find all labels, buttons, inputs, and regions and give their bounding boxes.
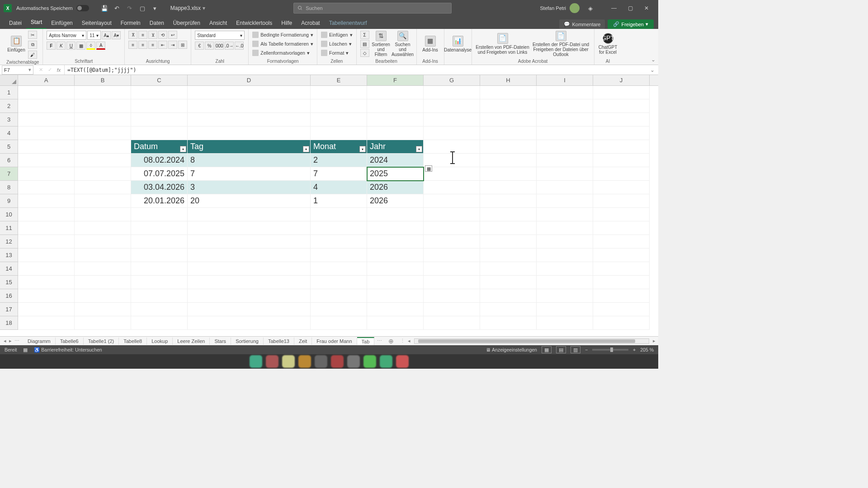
name-box[interactable]: F7▾ — [2, 66, 33, 75]
qat-more-icon[interactable]: ▾ — [150, 3, 160, 14]
horizontal-scrollbar[interactable] — [414, 338, 649, 344]
undo-icon[interactable]: ↶ — [112, 3, 123, 14]
sheet-tab-leere-zeilen[interactable]: Leere Zeilen — [173, 338, 210, 345]
cell-C6[interactable]: 08.02.2024 — [131, 154, 188, 167]
autofill-options-icon[interactable]: ▦ — [425, 165, 432, 172]
cell-F8[interactable]: 2026 — [367, 181, 424, 194]
comments-button[interactable]: 💬 Kommentare — [559, 19, 605, 29]
zoom-level[interactable]: 205 % — [640, 347, 654, 352]
wrap-text-icon[interactable]: ↩ — [168, 31, 177, 39]
decrease-indent-icon[interactable]: ⇤ — [158, 41, 167, 49]
zoom-slider[interactable] — [592, 349, 628, 351]
cell-F9[interactable]: 2026 — [367, 194, 424, 208]
tab-daten[interactable]: Daten — [145, 17, 169, 29]
hscroll-thumb[interactable] — [418, 339, 635, 343]
col-header-J[interactable]: J — [593, 75, 650, 85]
taskbar-app-icon[interactable] — [347, 355, 360, 368]
underline-button[interactable]: U — [66, 42, 75, 50]
row-header-18[interactable]: 18 — [0, 316, 18, 330]
taskbar-app-icon[interactable] — [396, 355, 409, 368]
table-header-monat[interactable]: Monat▾ — [311, 140, 367, 154]
italic-button[interactable]: K — [57, 42, 66, 50]
cell-C7[interactable]: 07.07.2025 — [131, 167, 188, 181]
chatgpt-button[interactable]: GPTChatGPT for Excel — [598, 31, 618, 57]
cancel-formula-icon[interactable]: ✕ — [37, 67, 44, 73]
copy-icon[interactable]: ⧉ — [28, 41, 37, 49]
cell-C9[interactable]: 20.01.2026 — [131, 194, 188, 208]
thousands-icon[interactable]: 000 — [215, 42, 224, 50]
collapse-ribbon-icon[interactable]: ⌄ — [651, 56, 656, 63]
sheet-tab-tabelle13[interactable]: Tabelle13 — [264, 338, 294, 345]
align-top-icon[interactable]: ⊼ — [128, 31, 137, 39]
taskbar-app-icon[interactable] — [380, 355, 392, 368]
filename[interactable]: Mappe3.xlsx — [170, 5, 201, 11]
cell-C8[interactable]: 03.04.2026 — [131, 181, 188, 194]
display-settings-button[interactable]: 🖥 Anzeigeeinstellungen — [486, 347, 537, 352]
col-header-F[interactable]: F — [367, 75, 424, 85]
sheet-tab-zeit[interactable]: Zeit — [294, 338, 312, 345]
cell-D6[interactable]: 8 — [188, 154, 311, 167]
minimize-button[interactable]: — — [606, 0, 622, 16]
cell-D7[interactable]: 7 — [188, 167, 311, 181]
sheet-nav-prev-icon[interactable]: ◂ — [4, 338, 6, 344]
row-header-10[interactable]: 10 — [0, 208, 18, 221]
format-cells-button[interactable]: Format ▾ — [321, 49, 349, 57]
font-size-select[interactable]: 11▾ — [87, 31, 101, 40]
tab-ansicht[interactable]: Ansicht — [205, 17, 231, 29]
sheet-tab-stars[interactable]: Stars — [210, 338, 231, 345]
sort-filter-button[interactable]: ⇅Sortieren und Filtern — [371, 31, 391, 57]
format-as-table-button[interactable]: Als Tabelle formatieren ▾ — [252, 40, 313, 48]
sheet-tab-tabelle6[interactable]: Tabelle6 — [56, 338, 84, 345]
row-header-17[interactable]: 17 — [0, 303, 18, 316]
row-header-14[interactable]: 14 — [0, 262, 18, 276]
decrease-decimal-icon[interactable]: ←.0 — [235, 42, 244, 50]
paste-button[interactable]: 📋Einfügen — [6, 31, 26, 57]
cell-styles-button[interactable]: Zellenformatvorlagen ▾ — [252, 49, 310, 57]
sheet-tab-diagramm[interactable]: Diagramm — [23, 338, 56, 345]
row-header-3[interactable]: 3 — [0, 113, 18, 127]
row-header-4[interactable]: 4 — [0, 127, 18, 140]
cell-E6[interactable]: 2 — [311, 154, 367, 167]
row-header-15[interactable]: 15 — [0, 276, 18, 289]
table-header-datum[interactable]: Datum▾ — [131, 140, 188, 154]
row-header-5[interactable]: 5 — [0, 140, 18, 154]
align-bottom-icon[interactable]: ⊻ — [148, 31, 157, 39]
taskbar-app-icon[interactable] — [315, 355, 327, 368]
col-header-C[interactable]: C — [131, 75, 188, 85]
taskbar-app-icon[interactable] — [266, 355, 278, 368]
camera-icon[interactable]: ▢ — [137, 3, 148, 14]
sheet-tab-tab[interactable]: Tab — [357, 337, 375, 345]
col-header-I[interactable]: I — [537, 75, 593, 85]
col-header-H[interactable]: H — [480, 75, 537, 85]
redo-icon[interactable]: ↷ — [124, 3, 135, 14]
col-header-G[interactable]: G — [424, 75, 480, 85]
col-header-A[interactable]: A — [18, 75, 75, 85]
conditional-formatting-button[interactable]: Bedingte Formatierung ▾ — [252, 31, 313, 39]
orientation-icon[interactable]: ⟲ — [158, 31, 167, 39]
increase-indent-icon[interactable]: ⇥ — [168, 41, 177, 49]
sheet-nav-more-icon[interactable]: ⋯ — [14, 338, 19, 344]
taskbar-app-icon[interactable] — [250, 355, 262, 368]
filter-icon[interactable]: ▾ — [359, 146, 366, 152]
cell-E8[interactable]: 4 — [311, 181, 367, 194]
row-header-8[interactable]: 8 — [0, 181, 18, 194]
clear-icon[interactable]: ◇ — [360, 49, 369, 57]
font-color-button[interactable]: A — [96, 42, 105, 50]
pdf-share-links-button[interactable]: 📄Erstellen von PDF-Dateien und Freigeben… — [476, 31, 530, 57]
find-select-button[interactable]: 🔍Suchen und Auswählen — [393, 31, 413, 57]
hscroll-left-icon[interactable]: ◂ — [408, 338, 410, 344]
cell-F6[interactable]: 2024 — [367, 154, 424, 167]
row-header-12[interactable]: 12 — [0, 235, 18, 249]
row-header-2[interactable]: 2 — [0, 99, 18, 113]
tab-start[interactable]: Start — [26, 16, 47, 29]
cell-D9[interactable]: 20 — [188, 194, 311, 208]
merge-icon[interactable]: ⊞ — [178, 41, 187, 49]
sheet-tabs-overflow-icon[interactable]: ⋯ — [374, 338, 385, 344]
hscroll-right-icon[interactable]: ▸ — [653, 338, 658, 344]
fx-icon[interactable]: fx — [55, 67, 62, 73]
delete-cells-button[interactable]: Löschen ▾ — [321, 40, 352, 48]
sheet-tab-tabelle8[interactable]: Tabelle8 — [119, 338, 147, 345]
select-all-corner[interactable] — [0, 75, 18, 85]
row-header-7[interactable]: 7 — [0, 167, 18, 181]
sheet-tab-lookup[interactable]: Lookup — [147, 338, 173, 345]
